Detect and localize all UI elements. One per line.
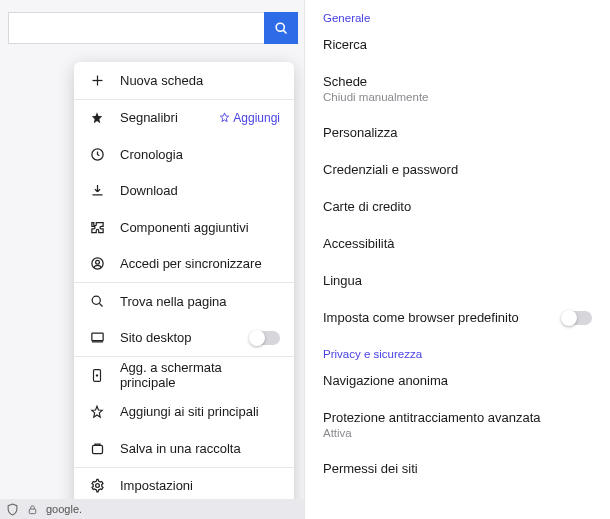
add-bookmark-button[interactable]: Aggiungi: [219, 111, 280, 125]
menu-find[interactable]: Trova nella pagina: [74, 283, 294, 320]
desktop-site-toggle[interactable]: [250, 331, 280, 345]
lock-icon: [27, 504, 38, 515]
menu-history[interactable]: Cronologia: [74, 136, 294, 173]
setting-private[interactable]: Navigazione anonima: [305, 362, 610, 399]
phone-plus-icon: [88, 368, 106, 383]
setting-search[interactable]: Ricerca: [305, 26, 610, 63]
menu-desktop-site[interactable]: Sito desktop: [74, 320, 294, 357]
menu-sync[interactable]: Accedi per sincronizzare: [74, 246, 294, 283]
search-icon: [88, 294, 106, 309]
puzzle-icon: [88, 220, 106, 235]
setting-tabs[interactable]: SchedeChiudi manualmente: [305, 63, 610, 114]
menu-label: Componenti aggiuntivi: [120, 220, 249, 235]
star-outline-icon: [219, 112, 230, 123]
menu-new-tab[interactable]: Nuova scheda: [74, 62, 294, 99]
setting-cards[interactable]: Carte di credito: [305, 188, 610, 225]
bookmark-icon: [88, 111, 106, 125]
menu-label: Aggiungi ai siti principali: [120, 404, 259, 419]
menu-label: Nuova scheda: [120, 73, 203, 88]
svg-point-7: [92, 296, 100, 304]
menu-downloads[interactable]: Download: [74, 173, 294, 210]
setting-language[interactable]: Lingua: [305, 262, 610, 299]
menu-bookmarks[interactable]: Segnalibri Aggiungi: [74, 100, 294, 137]
setting-credentials[interactable]: Credenziali e password: [305, 151, 610, 188]
settings-panel: Generale Ricerca SchedeChiudi manualment…: [305, 0, 610, 519]
menu-label: Download: [120, 183, 178, 198]
download-icon: [88, 183, 106, 198]
collection-icon: [88, 441, 106, 456]
default-browser-toggle[interactable]: [562, 311, 592, 325]
svg-point-15: [95, 484, 99, 488]
history-icon: [88, 147, 106, 162]
menu-label: Segnalibri: [120, 110, 178, 125]
menu-addons[interactable]: Componenti aggiuntivi: [74, 209, 294, 246]
menu-label: Salva in una raccolta: [120, 441, 241, 456]
svg-point-6: [95, 261, 99, 265]
menu-collection[interactable]: Salva in una raccolta: [74, 430, 294, 467]
menu-add-home[interactable]: Agg. a schermata principale: [74, 357, 294, 394]
url-bar[interactable]: google.: [0, 499, 304, 519]
desktop-icon: [88, 330, 106, 345]
menu-label: Accedi per sincronizzare: [120, 256, 262, 271]
setting-tracking[interactable]: Protezione antitracciamento avanzataAtti…: [305, 399, 610, 450]
setting-customize[interactable]: Personalizza: [305, 114, 610, 151]
shield-icon: [6, 503, 19, 516]
menu-label: Cronologia: [120, 147, 183, 162]
svg-point-0: [276, 23, 284, 31]
menu-top-sites[interactable]: Aggiungi ai siti principali: [74, 394, 294, 431]
search-icon: [274, 21, 289, 36]
search-button[interactable]: [264, 12, 298, 44]
add-bookmark-label: Aggiungi: [233, 111, 280, 125]
plus-icon: [88, 73, 106, 88]
pin-icon: [88, 405, 106, 419]
svg-line-8: [99, 303, 102, 306]
account-icon: [88, 256, 106, 271]
section-privacy: Privacy e sicurezza: [305, 336, 610, 362]
section-general: Generale: [305, 0, 610, 26]
setting-site-permissions[interactable]: Permessi dei siti: [305, 450, 610, 487]
svg-rect-14: [92, 445, 102, 453]
setting-default-browser[interactable]: Imposta come browser predefinito: [305, 299, 610, 336]
search-input[interactable]: [8, 12, 264, 44]
main-menu: Nuova scheda Segnalibri Aggiungi Cronolo…: [74, 62, 294, 519]
menu-label: Trova nella pagina: [120, 294, 226, 309]
gear-icon: [88, 478, 106, 493]
setting-accessibility[interactable]: Accessibilità: [305, 225, 610, 262]
svg-rect-9: [91, 333, 102, 341]
svg-line-1: [283, 30, 286, 33]
menu-label: Impostazioni: [120, 478, 193, 493]
menu-label: Agg. a schermata principale: [120, 360, 280, 390]
menu-label: Sito desktop: [120, 330, 192, 345]
svg-rect-21: [29, 509, 35, 514]
url-host: google.: [46, 503, 82, 515]
